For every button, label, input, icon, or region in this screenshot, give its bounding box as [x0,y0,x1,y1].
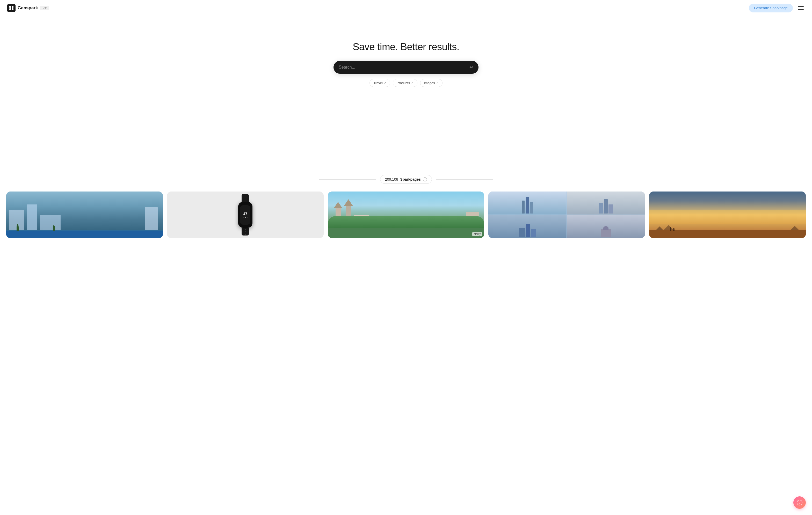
sparkpages-label: Sparkpages [400,177,421,181]
svg-rect-3 [12,8,13,10]
svg-text:?: ? [799,501,800,505]
search-bar: ↵ [334,61,478,74]
menu-button[interactable] [797,5,805,11]
logo-text: Genspark [18,5,38,10]
card-european-town[interactable]: alamy [328,191,485,238]
sparkpages-section: 209,108 Sparkpages i [0,102,812,243]
beta-badge: Beta [40,6,49,10]
svg-rect-1 [12,6,13,8]
tag-images[interactable]: Images ↗ [420,79,442,87]
enter-icon: ↵ [469,64,473,70]
tag-products[interactable]: Products ↗ [393,79,417,87]
menu-line-1 [798,6,804,7]
header: Genspark Beta Generate Sparkpage [0,0,812,16]
sparkpages-header: 209,108 Sparkpages i [0,175,812,184]
search-tags: Travel ↗ Products ↗ Images ↗ [370,79,442,87]
card-desert[interactable] [649,191,806,238]
card-cityscape[interactable] [488,191,645,238]
cards-grid: 47 [0,191,812,238]
svg-rect-2 [9,8,11,10]
logo-icon [7,4,16,12]
left-divider [319,179,376,180]
search-input[interactable] [339,65,466,70]
tag-images-arrow: ↗ [436,81,439,85]
logo-area: Genspark Beta [7,4,49,12]
tag-images-label: Images [424,81,435,85]
floating-help-button[interactable]: ? [793,496,806,509]
generate-sparkpage-button[interactable]: Generate Sparkpage [749,4,793,12]
menu-line-2 [798,8,804,8]
info-icon[interactable]: i [423,177,427,181]
tag-products-arrow: ↗ [411,81,413,85]
header-right: Generate Sparkpage [749,4,805,12]
right-divider [436,179,493,180]
card-city-plaza[interactable] [6,191,163,238]
sparkpages-badge: 209,108 Sparkpages i [380,175,432,184]
tag-travel-arrow: ↗ [384,81,386,85]
hero-title: Save time. Better results. [353,41,459,53]
svg-rect-0 [9,6,11,8]
menu-line-3 [798,9,804,10]
alamy-watermark: alamy [472,232,483,236]
search-container: ↵ [334,61,478,74]
tag-products-label: Products [397,81,410,85]
card-fitbit[interactable]: 47 [167,191,324,238]
tag-travel[interactable]: Travel ↗ [370,79,390,87]
sparkpages-count: 209,108 [385,177,398,181]
tag-travel-label: Travel [373,81,383,85]
